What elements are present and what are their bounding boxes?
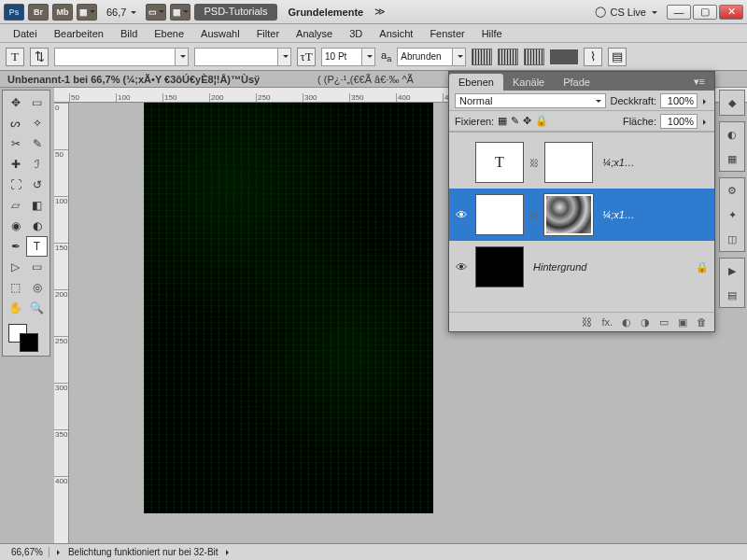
workspace-tab[interactable]: Grundelemente (281, 7, 372, 18)
styles-dock-icon[interactable]: ✦ (724, 206, 740, 223)
font-style-field[interactable] (194, 48, 278, 66)
adjust-dock-icon[interactable]: ⚙ (724, 182, 740, 199)
type-tool[interactable]: T (26, 236, 48, 257)
history-brush-tool[interactable]: ↺ (26, 175, 48, 195)
minimize-button[interactable]: — (667, 5, 691, 20)
swatches-dock-icon[interactable]: ▦ (724, 150, 740, 167)
gradient-tool[interactable]: ◧ (26, 195, 48, 216)
bridge-button[interactable]: Br (28, 4, 49, 21)
font-style-dd[interactable] (278, 48, 291, 66)
font-family-dd[interactable] (176, 48, 189, 66)
lock-all-icon[interactable]: 🔒 (535, 115, 548, 127)
link-icon[interactable]: ⛓ (529, 210, 539, 220)
char-panel-toggle[interactable]: ▤ (608, 48, 627, 66)
dodge-tool[interactable]: ◐ (26, 216, 48, 236)
stamp-tool[interactable]: ⛶ (5, 175, 26, 195)
document-tab-2[interactable]: ( (P¿·¹„(€€Ã â€·‰ ^Ã (317, 74, 414, 85)
status-nav[interactable] (55, 547, 63, 557)
align-center[interactable] (498, 49, 518, 65)
document-tab[interactable]: Unbenannt-1 bei 66,7% (¼;xÃ•Y €3ôÚ€yÈ8¦!… (7, 74, 260, 85)
lock-pixels-icon[interactable]: ✎ (511, 115, 519, 127)
opacity-field[interactable]: 100% (660, 93, 698, 108)
tool-preset[interactable]: T (6, 48, 24, 66)
3d-tool[interactable]: ⬚ (5, 277, 26, 298)
layer-thumb[interactable]: T (475, 194, 524, 235)
background-swatch[interactable] (20, 333, 38, 352)
lock-position-icon[interactable]: ✥ (523, 115, 531, 127)
history-dock-icon[interactable]: ▶ (724, 262, 740, 279)
layers-dock-icon[interactable]: ◆ (724, 94, 740, 111)
pen-tool[interactable]: ✒ (5, 236, 26, 257)
cs-live[interactable]: ◯ CS Live (595, 6, 657, 18)
fill-slider[interactable] (701, 116, 709, 127)
ruler-vertical[interactable]: 050100150200250300350400 (54, 103, 69, 543)
color-dock-icon[interactable]: ◐ (724, 126, 740, 143)
app-icon[interactable]: Ps (4, 4, 24, 21)
tab-ebenen[interactable]: Ebenen (449, 74, 503, 91)
adjustment-icon[interactable]: ◑ (641, 316, 650, 329)
layer-name[interactable]: Hintergrund (529, 261, 690, 273)
hand-tool[interactable]: ✋ (5, 298, 26, 318)
zoom-tool[interactable]: 🔍 (26, 298, 48, 318)
menu-datei[interactable]: Datei (6, 26, 45, 41)
warp-text[interactable]: ⌇ (584, 48, 602, 66)
layer-row[interactable]: T ⛓ ¼;x1… (449, 136, 714, 189)
status-more[interactable] (224, 547, 232, 557)
menu-bearbeiten[interactable]: Bearbeiten (47, 26, 111, 41)
align-left[interactable] (472, 49, 492, 65)
menu-3d[interactable]: 3D (342, 26, 370, 41)
close-button[interactable]: ✕ (719, 5, 743, 20)
actions-dock-icon[interactable]: ▤ (724, 287, 740, 303)
tab-pfade[interactable]: Pfade (554, 74, 599, 91)
menu-analyse[interactable]: Analyse (289, 26, 340, 41)
arrange-button[interactable]: ▦ (77, 4, 97, 21)
opacity-slider[interactable] (701, 95, 709, 106)
eraser-tool[interactable]: ▱ (5, 195, 26, 216)
workspace-tab-active[interactable]: PSD-Tutorials (194, 4, 276, 21)
panel-menu[interactable]: ▾≡ (684, 73, 714, 91)
tab-kanaele[interactable]: Kanäle (503, 74, 554, 91)
layer-mask[interactable] (544, 194, 593, 235)
menu-ansicht[interactable]: Ansicht (372, 26, 420, 41)
layer-name[interactable]: ¼;x1… (599, 157, 711, 168)
visibility-toggle[interactable]: 👁 (453, 260, 470, 274)
eyedropper-tool[interactable]: ✎ (26, 133, 48, 154)
crop-tool[interactable]: ✂ (5, 133, 26, 154)
lock-transparent-icon[interactable]: ▦ (498, 115, 507, 127)
status-zoom[interactable]: 66,67% (6, 547, 49, 557)
masks-dock-icon[interactable]: ◫ (724, 231, 740, 247)
heal-tool[interactable]: ✚ (5, 154, 26, 175)
link-icon[interactable]: ⛓ (529, 158, 539, 168)
maximize-button[interactable]: ▢ (693, 5, 717, 20)
menu-fenster[interactable]: Fenster (422, 26, 472, 41)
minibridge-button[interactable]: Mb (52, 4, 73, 21)
layer-name[interactable]: ¼;x1… (599, 209, 711, 220)
layer-mask[interactable] (544, 142, 593, 183)
zoom-readout[interactable]: 66,7 (101, 7, 142, 18)
color-swatches[interactable] (5, 322, 48, 354)
screen-mode-button[interactable]: ▭ (146, 4, 166, 21)
menu-bild[interactable]: Bild (113, 26, 145, 41)
menu-ebene[interactable]: Ebene (147, 26, 191, 41)
fx-icon[interactable]: fx. (601, 316, 613, 328)
aa-dd[interactable] (453, 48, 466, 66)
font-size-field[interactable]: 10 Pt (321, 48, 362, 66)
new-layer-icon[interactable]: ▣ (678, 316, 687, 329)
blur-tool[interactable]: ◉ (5, 216, 26, 236)
orientation-toggle[interactable]: ⇅ (30, 48, 49, 66)
extras-button[interactable]: ▦ (170, 4, 190, 21)
mask-icon[interactable]: ◐ (622, 316, 631, 329)
menu-hilfe[interactable]: Hilfe (474, 26, 510, 41)
group-icon[interactable]: ▭ (659, 316, 669, 329)
blend-mode-select[interactable]: Normal (455, 93, 606, 108)
canvas[interactable] (144, 103, 433, 513)
lasso-tool[interactable]: ᔕ (5, 113, 26, 133)
layer-row[interactable]: 👁 T ⛓ ¼;x1… (449, 189, 714, 241)
menu-auswahl[interactable]: Auswahl (193, 26, 247, 41)
move-tool[interactable]: ✥ (5, 92, 26, 113)
wand-tool[interactable]: ✧ (26, 113, 48, 133)
layer-row[interactable]: 👁 Hintergrund 🔒 (449, 241, 714, 293)
menu-filter[interactable]: Filter (249, 26, 287, 41)
delete-icon[interactable]: 🗑 (697, 316, 707, 328)
more-workspaces[interactable]: ≫ (374, 6, 386, 18)
